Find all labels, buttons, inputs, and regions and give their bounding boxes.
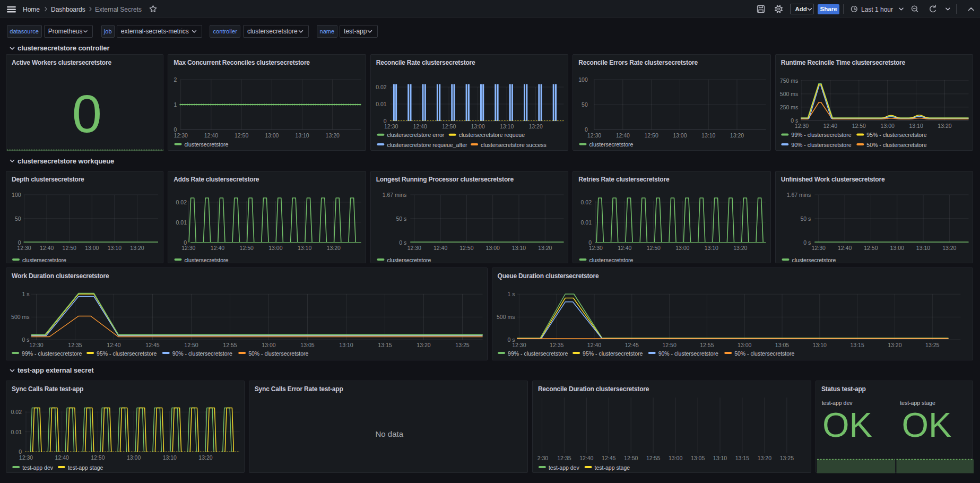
svg-text:12:30: 12:30 <box>19 454 33 461</box>
svg-text:12:50: 12:50 <box>624 455 638 461</box>
svg-text:13:20: 13:20 <box>327 245 341 251</box>
svg-text:clustersecretstore: clustersecretstore <box>589 257 634 263</box>
svg-text:12:50: 12:50 <box>662 342 676 348</box>
svg-text:12:40: 12:40 <box>838 245 852 251</box>
svg-text:0: 0 <box>72 84 102 143</box>
svg-text:13:00: 13:00 <box>880 123 894 129</box>
svg-text:12:45: 12:45 <box>602 455 615 461</box>
svg-text:0.02: 0.02 <box>176 199 187 205</box>
svg-text:13:10: 13:10 <box>163 454 177 461</box>
svg-text:0.01: 0.01 <box>176 219 187 226</box>
svg-text:12:50: 12:50 <box>442 123 456 130</box>
svg-text:13:20: 13:20 <box>528 123 542 130</box>
svg-text:clustersecretstore requeue_aft: clustersecretstore requeue_after <box>387 142 467 148</box>
svg-text:13:20: 13:20 <box>888 342 901 348</box>
svg-text:13:15: 13:15 <box>850 342 864 348</box>
svg-text:13:00: 13:00 <box>471 123 484 130</box>
svg-text:13:00: 13:00 <box>738 342 751 348</box>
svg-text:12:30: 12:30 <box>29 342 43 348</box>
svg-text:clustersecretstore: clustersecretstore <box>792 257 836 263</box>
svg-text:1 s: 1 s <box>507 291 515 297</box>
svg-text:12:40: 12:40 <box>107 342 120 348</box>
svg-text:13:20: 13:20 <box>130 245 144 251</box>
svg-text:12:40: 12:40 <box>204 132 218 139</box>
svg-text:0.02: 0.02 <box>581 199 592 205</box>
svg-text:12:40: 12:40 <box>211 245 224 251</box>
svg-text:13:25: 13:25 <box>780 455 794 461</box>
svg-text:13:05: 13:05 <box>691 455 705 461</box>
svg-text:test-app dev: test-app dev <box>549 464 580 471</box>
svg-text:100: 100 <box>12 192 21 198</box>
svg-text:13:10: 13:10 <box>512 245 526 251</box>
svg-text:12:45: 12:45 <box>625 342 638 348</box>
svg-text:13:00: 13:00 <box>669 455 682 461</box>
svg-text:13:00: 13:00 <box>485 245 499 251</box>
svg-text:500 ms: 500 ms <box>11 314 29 320</box>
svg-text:50% - clustersecretstore: 50% - clustersecretstore <box>248 350 308 357</box>
svg-text:12:55: 12:55 <box>223 342 237 348</box>
svg-text:500 ms: 500 ms <box>780 91 798 97</box>
svg-text:95% - clustersecretstore: 95% - clustersecretstore <box>583 350 643 357</box>
svg-text:clustersecretstore success: clustersecretstore success <box>481 142 547 148</box>
svg-text:0.01: 0.01 <box>581 219 592 226</box>
svg-text:95% - clustersecretstore: 95% - clustersecretstore <box>866 132 926 138</box>
svg-text:0.02: 0.02 <box>376 84 387 90</box>
svg-text:12:40: 12:40 <box>616 132 630 139</box>
svg-text:1.67 mins: 1.67 mins <box>382 192 406 198</box>
svg-text:12:30: 12:30 <box>512 342 526 348</box>
svg-text:clustersecretstore: clustersecretstore <box>387 257 431 263</box>
svg-text:12:40: 12:40 <box>579 455 593 461</box>
svg-text:13:00: 13:00 <box>675 245 689 251</box>
svg-text:12:50: 12:50 <box>63 245 76 251</box>
svg-text:13:20: 13:20 <box>733 245 747 251</box>
svg-text:13:00: 13:00 <box>673 132 687 139</box>
svg-text:50 s: 50 s <box>800 215 811 222</box>
svg-text:13:10: 13:10 <box>339 342 353 348</box>
svg-text:500 ms: 500 ms <box>497 314 515 320</box>
svg-text:12:30: 12:30 <box>17 245 31 251</box>
svg-text:13:10: 13:10 <box>108 245 122 251</box>
svg-text:12:30: 12:30 <box>384 123 398 130</box>
svg-text:12:40: 12:40 <box>40 245 54 251</box>
svg-text:12:50: 12:50 <box>645 132 658 139</box>
svg-text:13:10: 13:10 <box>500 123 514 130</box>
svg-text:13:20: 13:20 <box>198 454 212 461</box>
svg-text:750 ms: 750 ms <box>780 77 798 84</box>
svg-text:13:10: 13:10 <box>812 342 826 348</box>
svg-text:99% - clustersecretstore: 99% - clustersecretstore <box>791 132 851 138</box>
svg-text:50: 50 <box>582 101 588 108</box>
svg-text:12:55: 12:55 <box>646 455 660 461</box>
svg-text:13:20: 13:20 <box>730 132 744 139</box>
svg-text:12:30: 12:30 <box>181 245 195 251</box>
svg-text:0.01: 0.01 <box>11 429 22 435</box>
svg-text:13:05: 13:05 <box>300 342 314 348</box>
svg-text:0 s: 0 s <box>22 337 29 343</box>
svg-text:12:30: 12:30 <box>589 245 603 251</box>
svg-text:50% - clustersecretstore: 50% - clustersecretstore <box>866 142 926 148</box>
svg-text:13:00: 13:00 <box>85 245 99 251</box>
svg-text:1.67 mins: 1.67 mins <box>786 192 811 198</box>
svg-text:12:40: 12:40 <box>587 342 601 348</box>
svg-text:13:20: 13:20 <box>938 123 951 129</box>
svg-text:90% - clustersecretstore: 90% - clustersecretstore <box>658 350 718 357</box>
svg-text:12:50: 12:50 <box>852 123 865 129</box>
svg-text:test-app stage: test-app stage <box>594 464 630 471</box>
svg-text:13:20: 13:20 <box>326 132 340 139</box>
svg-text:50 s: 50 s <box>396 215 406 222</box>
svg-text:13:25: 13:25 <box>455 342 469 348</box>
svg-text:clustersecretstore requeue: clustersecretstore requeue <box>458 132 524 138</box>
svg-text:12:50: 12:50 <box>864 245 878 251</box>
svg-text:12:40: 12:40 <box>433 245 447 251</box>
svg-text:12:30: 12:30 <box>174 132 188 139</box>
svg-text:12:40: 12:40 <box>618 245 631 251</box>
svg-text:12:30: 12:30 <box>587 132 601 139</box>
svg-text:0.02: 0.02 <box>11 409 22 415</box>
svg-text:13:05: 13:05 <box>775 342 788 348</box>
svg-text:No data: No data <box>375 429 403 438</box>
svg-text:13:00: 13:00 <box>268 245 282 251</box>
svg-text:13:00: 13:00 <box>262 342 275 348</box>
svg-text:13:10: 13:10 <box>701 132 715 139</box>
svg-text:clustersecretstore: clustersecretstore <box>185 141 229 148</box>
svg-text:13:10: 13:10 <box>916 245 930 251</box>
svg-text:12:55: 12:55 <box>700 342 714 348</box>
